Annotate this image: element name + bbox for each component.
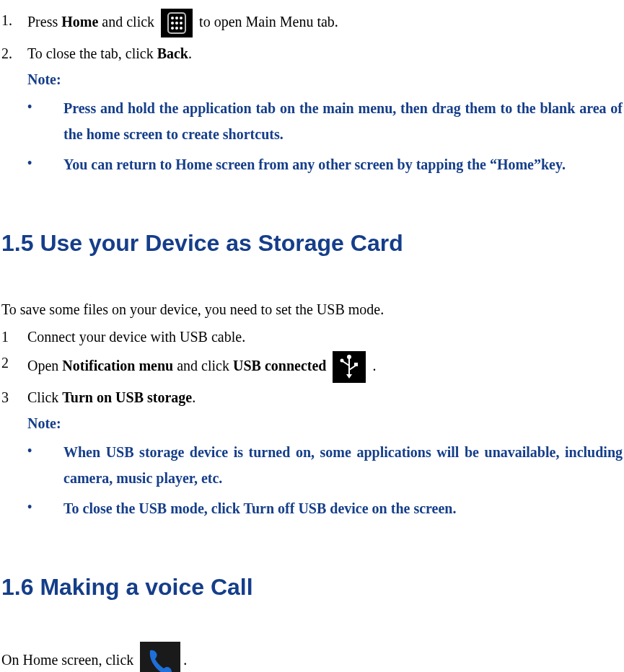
note-text: When USB storage device is turned on, so… [63, 439, 623, 491]
note-label: Note: [27, 68, 623, 91]
list-body: Click Turn on USB storage. Note: • When … [27, 386, 623, 526]
section-heading-1-6: 1.6 Making a voice Call [1, 569, 623, 606]
list-body: Connect your device with USB cable. [27, 325, 623, 348]
svg-point-5 [171, 22, 174, 25]
phone-icon [140, 642, 180, 672]
bullet-icon: • [27, 495, 63, 521]
svg-point-3 [175, 17, 178, 19]
list-number: 2 [1, 351, 27, 383]
list-item: 2 Open Notification menu and click USB c… [1, 351, 623, 383]
svg-point-2 [171, 17, 174, 19]
list-number: 1 [1, 325, 27, 348]
text: . [369, 358, 376, 373]
svg-point-4 [180, 17, 183, 19]
note-text: You can return to Home screen from any o… [63, 151, 623, 177]
text: Open [27, 358, 62, 373]
bold-text: Notification menu [62, 358, 173, 373]
text: Click [27, 389, 62, 405]
apps-grid-icon [161, 9, 193, 37]
text: . [183, 652, 187, 668]
bullet-icon: • [27, 95, 63, 147]
list-item: 1 Connect your device with USB cable. [1, 325, 623, 348]
usb-icon [333, 351, 366, 383]
list-body: Press Home and click to open Main Menu t… [27, 9, 623, 37]
bullet-icon: • [27, 439, 63, 491]
note-bullet: • When USB storage device is turned on, … [27, 439, 623, 491]
bold-text: Turn on USB storage [62, 389, 192, 405]
text: and click [98, 14, 158, 30]
section-heading-1-5: 1.5 Use your Device as Storage Card [1, 225, 623, 262]
bold-text: Home [61, 14, 98, 30]
list-number: 2. [1, 42, 27, 182]
text: . [192, 389, 195, 405]
note-bullet: • You can return to Home screen from any… [27, 151, 623, 177]
text: to open Main Menu tab. [195, 14, 338, 30]
list-body: To close the tab, click Back. Note: • Pr… [27, 42, 623, 182]
text: and click [173, 358, 233, 373]
intro-text: To save some files on your device, you n… [1, 298, 623, 321]
note-text: To close the USB mode, click Turn off US… [63, 495, 623, 521]
text: To close the tab, click [27, 45, 157, 61]
bold-text: Back [157, 45, 188, 61]
bold-text: USB connected [233, 358, 326, 373]
note-bullet: • To close the USB mode, click Turn off … [27, 495, 623, 521]
list-body: Open Notification menu and click USB con… [27, 351, 623, 383]
svg-rect-15 [354, 363, 358, 366]
text: . [188, 45, 192, 61]
text: On Home screen, click [1, 652, 137, 668]
list-number: 3 [1, 386, 27, 526]
list-item-2: 2. To close the tab, click Back. Note: •… [1, 42, 623, 182]
svg-point-10 [180, 27, 183, 30]
list-number: 1. [1, 9, 27, 37]
svg-point-14 [340, 359, 344, 363]
svg-point-9 [175, 27, 178, 30]
svg-point-8 [171, 27, 174, 30]
note-bullet: • Press and hold the application tab on … [27, 95, 623, 147]
note-label: Note: [27, 412, 623, 435]
svg-point-6 [175, 22, 178, 25]
call-line: On Home screen, click . [1, 642, 623, 672]
svg-point-7 [180, 22, 183, 25]
text: Press [27, 14, 61, 30]
note-text: Press and hold the application tab on th… [63, 95, 623, 147]
list-item-1: 1. Press Home and click to open Main Men… [1, 9, 623, 37]
list-item: 3 Click Turn on USB storage. Note: • Whe… [1, 386, 623, 526]
bullet-icon: • [27, 151, 63, 177]
